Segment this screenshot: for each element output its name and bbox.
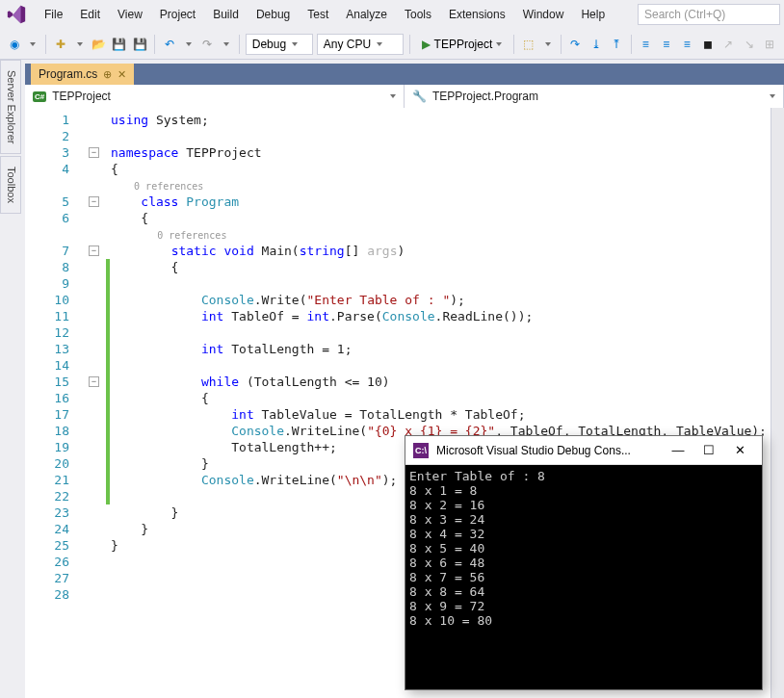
code-line[interactable]: 0 references [111, 226, 771, 243]
line-number: 6 [25, 210, 87, 226]
bookmark-button[interactable]: ◼ [699, 34, 716, 55]
code-line[interactable]: using System; [111, 112, 771, 128]
tool-a[interactable]: ↗ [720, 34, 737, 55]
code-line[interactable]: int TotalLength = 1; [111, 341, 771, 357]
menu-item-tools[interactable]: Tools [397, 4, 439, 25]
tool-c[interactable]: ⊞ [762, 34, 778, 55]
file-tab-program[interactable]: Program.cs ⊕ ✕ [31, 64, 134, 85]
line-number: 1 [25, 112, 87, 128]
code-line[interactable]: while (TotalLength <= 10) [111, 374, 771, 390]
menu-item-view[interactable]: View [110, 4, 150, 25]
fold-toggle[interactable]: − [89, 196, 99, 207]
fold-toggle[interactable]: − [89, 246, 99, 256]
undo-dropdown[interactable] [182, 34, 196, 55]
save-all-button[interactable]: 💾 [132, 34, 148, 55]
line-number: 5 [25, 194, 87, 210]
code-line[interactable]: { [111, 390, 771, 406]
code-line[interactable]: { [111, 161, 771, 177]
csharp-icon: C# [33, 91, 46, 102]
step-over-button[interactable]: ↷ [566, 34, 583, 55]
nav-project-combo[interactable]: C# TEPProject [25, 85, 405, 108]
menu-item-window[interactable]: Window [515, 4, 572, 25]
new-item-button[interactable]: ✚ [52, 34, 68, 55]
code-line[interactable] [111, 275, 771, 292]
new-item-dropdown[interactable] [73, 34, 87, 55]
separator [513, 35, 514, 54]
line-number: 7 [25, 243, 87, 259]
menu-item-help[interactable]: Help [573, 4, 613, 25]
line-number: 12 [25, 324, 87, 341]
line-number: 20 [25, 455, 87, 472]
editor-scrollbar[interactable] [771, 108, 784, 698]
indent-less-button[interactable]: ≡ [638, 34, 654, 55]
close-icon[interactable]: ✕ [118, 68, 126, 81]
side-tab-server-explorer[interactable]: Server Explorer [0, 60, 21, 154]
code-line[interactable]: class Program [111, 194, 771, 210]
fold-toggle[interactable]: − [89, 147, 99, 158]
start-button[interactable]: ▶ TEPProject [416, 34, 509, 55]
code-line[interactable] [111, 128, 771, 144]
maximize-button[interactable]: ☐ [694, 437, 723, 464]
fold-toggle[interactable]: − [89, 376, 99, 387]
close-button[interactable]: ✕ [725, 437, 754, 464]
line-number: 10 [25, 292, 87, 308]
line-number: 13 [25, 341, 87, 357]
redo-button[interactable]: ↷ [199, 34, 216, 55]
nav-class-combo[interactable]: 🔧 TEPProject.Program [405, 85, 784, 108]
back-button[interactable]: ◉ [6, 34, 22, 55]
tool-btn-1-drop[interactable] [541, 34, 555, 55]
indent-more-button[interactable]: ≡ [658, 34, 674, 55]
step-out-button[interactable]: ⤒ [608, 34, 624, 55]
search-input[interactable]: Search (Ctrl+Q) [638, 4, 780, 25]
start-label: TEPProject [434, 38, 493, 51]
back-dropdown[interactable] [26, 34, 39, 55]
line-gutter: 1234567891011121314151617181920212223242… [25, 108, 87, 698]
separator [239, 35, 240, 54]
code-line[interactable]: namespace TEPProject [111, 144, 771, 161]
line-number: 23 [25, 504, 87, 521]
line-number: 4 [25, 161, 87, 177]
console-titlebar[interactable]: C:\ Microsoft Visual Studio Debug Cons..… [405, 436, 762, 465]
code-line[interactable]: { [111, 210, 771, 226]
undo-button[interactable]: ↶ [161, 34, 177, 55]
menu-item-file[interactable]: File [37, 4, 70, 25]
separator [409, 35, 410, 54]
code-line[interactable]: Console.Write("Enter Table of : "); [111, 292, 771, 308]
line-number: 8 [25, 259, 87, 275]
comment-button[interactable]: ≡ [679, 34, 695, 55]
line-number: 9 [25, 275, 87, 292]
step-into-button[interactable]: ⤓ [588, 34, 604, 55]
menu-item-test[interactable]: Test [300, 4, 336, 25]
line-number: 15 [25, 374, 87, 390]
line-number: 18 [25, 423, 87, 439]
code-line[interactable]: static void Main(string[] args) [111, 243, 771, 259]
side-tab-toolbox[interactable]: Toolbox [0, 156, 21, 214]
console-output[interactable]: Enter Table of : 8 8 x 1 = 8 8 x 2 = 16 … [405, 465, 762, 689]
tool-b[interactable]: ↘ [741, 34, 757, 55]
config-combo[interactable]: Debug [246, 34, 313, 55]
menu-item-edit[interactable]: Edit [72, 4, 108, 25]
platform-combo[interactable]: Any CPU [317, 34, 404, 55]
nav-class-label: TEPProject.Program [432, 90, 538, 103]
minimize-button[interactable]: — [664, 437, 693, 464]
save-button[interactable]: 💾 [111, 34, 127, 55]
menu-item-project[interactable]: Project [152, 4, 203, 25]
menu-item-build[interactable]: Build [205, 4, 247, 25]
tool-btn-1[interactable]: ⬚ [520, 34, 536, 55]
code-line[interactable] [111, 324, 771, 341]
code-line[interactable]: { [111, 259, 771, 275]
open-button[interactable]: 📂 [91, 34, 107, 55]
menu-item-analyze[interactable]: Analyze [338, 4, 395, 25]
pin-icon[interactable]: ⊕ [103, 68, 112, 81]
line-number: 27 [25, 570, 87, 586]
menu-item-debug[interactable]: Debug [248, 4, 298, 25]
line-number: 25 [25, 537, 87, 554]
code-line[interactable]: 0 references [111, 177, 771, 194]
code-line[interactable]: int TableValue = TotalLength * TableOf; [111, 406, 771, 423]
code-line[interactable] [111, 357, 771, 374]
vs-logo-icon [6, 4, 27, 25]
redo-dropdown[interactable] [220, 34, 233, 55]
menu-item-extensions[interactable]: Extensions [441, 4, 513, 25]
code-line[interactable]: int TableOf = int.Parse(Console.ReadLine… [111, 308, 771, 324]
debug-console-window[interactable]: C:\ Microsoft Visual Studio Debug Cons..… [405, 435, 763, 690]
